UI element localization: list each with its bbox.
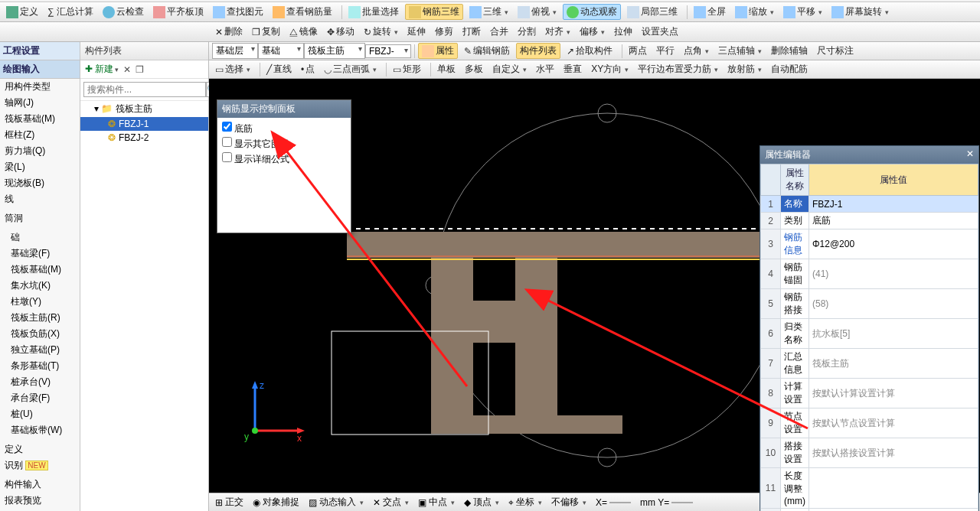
btn-custom[interactable]: 自定义 — [489, 62, 530, 76]
chk-other-elements[interactable]: 显示其它图元 — [222, 136, 346, 151]
sidebar-item-16[interactable]: 筏板主筋(R) — [0, 310, 80, 326]
sb-coord[interactable]: ⌖ 坐标 — [505, 496, 545, 509]
sidebar-item-28[interactable]: 构件输入 — [0, 477, 80, 493]
combo-component[interactable]: FBZJ- — [365, 44, 411, 58]
prop-row-4[interactable]: 4钢筋锚固(41) — [761, 259, 978, 289]
btn-properties[interactable]: 属性 — [418, 43, 458, 59]
sidebar-item-0[interactable]: 用构件类型 — [0, 79, 80, 95]
btn-rebar-3d[interactable]: 钢筋三维 — [405, 4, 463, 20]
btn-pick[interactable]: ↗ 拾取构件 — [564, 44, 616, 58]
btn-delete-component[interactable]: ✕ — [123, 64, 131, 75]
btn-del-aux[interactable]: 删除辅轴 — [768, 44, 811, 58]
btn-fullscreen[interactable]: 全屏 — [691, 5, 729, 19]
sidebar-item-5[interactable]: 梁(L) — [0, 159, 80, 175]
btn-radial[interactable]: 放射筋 — [724, 62, 765, 76]
sb-intersect[interactable]: ✕ 交点 — [370, 496, 412, 509]
btn-cloud-check[interactable]: 云检查 — [100, 5, 147, 19]
sidebar-item-9[interactable]: 筒洞 — [0, 210, 80, 226]
tree-item-1[interactable]: ❂FBZJ-2 — [80, 131, 208, 145]
btn-sum[interactable]: ∑ 汇总计算 — [44, 5, 96, 19]
prop-row-5[interactable]: 5钢筋搭接(58) — [761, 289, 978, 319]
sidebar-item-29[interactable]: 报表预览 — [0, 493, 80, 509]
sidebar-item-26[interactable]: 识别 NEW — [0, 457, 80, 474]
sidebar-item-23[interactable]: 基础板带(W) — [0, 422, 80, 438]
btn-dim[interactable]: 尺寸标注 — [814, 44, 857, 58]
btn-xy[interactable]: XY方向 — [588, 62, 632, 76]
sidebar-item-17[interactable]: 筏板负筋(X) — [0, 326, 80, 342]
prop-row-2[interactable]: 2类别底筋 — [761, 213, 978, 229]
sb-midpoint[interactable]: ▣ 中点 — [415, 496, 458, 509]
btn-find[interactable]: 查找图元 — [210, 5, 266, 19]
sidebar-item-15[interactable]: 柱墩(Y) — [0, 294, 80, 310]
sidebar-item-21[interactable]: 承台梁(F) — [0, 390, 80, 406]
btn-copy[interactable]: ❐ 复制 — [249, 24, 283, 39]
combo-type[interactable]: 筏板主筋 — [304, 43, 365, 59]
sidebar-item-2[interactable]: 筏板基础(M) — [0, 111, 80, 127]
btn-multi-slab[interactable]: 多板 — [462, 62, 486, 76]
chk-detail-formula[interactable]: 显示详细公式 — [222, 151, 346, 167]
sidebar-item-12[interactable]: 基础梁(F) — [0, 246, 80, 262]
btn-vert[interactable]: 垂直 — [560, 62, 585, 76]
sidebar-item-18[interactable]: 独立基础(P) — [0, 342, 80, 358]
btn-mirror[interactable]: ⧋ 镜像 — [286, 24, 321, 39]
property-editor[interactable]: 属性编辑器✕ 属性名称属性值 1名称FBZJ-12类别底筋3钢筋信息Φ12@20… — [760, 145, 979, 511]
btn-arc3[interactable]: ◡ 三点画弧 — [321, 62, 380, 76]
sidebar-item-14[interactable]: 集水坑(K) — [0, 278, 80, 294]
prop-row-12[interactable]: 12备注 — [761, 509, 978, 512]
prop-row-8[interactable]: 8计算设置按默认计算设置计算 — [761, 379, 978, 408]
btn-rect[interactable]: ▭ 矩形 — [390, 62, 424, 76]
prop-row-6[interactable]: 6归类名称抗水板[5] — [761, 319, 978, 349]
sidebar-item-4[interactable]: 剪力墙(Q) — [0, 143, 80, 159]
sidebar-item-7[interactable]: 线 — [0, 191, 80, 207]
btn-align[interactable]: 对齐 — [542, 24, 573, 39]
tree-root[interactable]: ▾ 📁 筏板主筋 — [80, 101, 208, 117]
chk-bottom-rebar[interactable]: 底筋 — [222, 121, 346, 136]
prop-row-1[interactable]: 1名称FBZJ-1 — [761, 196, 978, 213]
btn-extend[interactable]: 延伸 — [404, 24, 429, 39]
btn-line[interactable]: ╱ 直线 — [263, 62, 295, 76]
sb-dyninput[interactable]: ▨ 动态输入 — [305, 496, 367, 509]
btn-dynamic-view[interactable]: 动态观察 — [563, 4, 621, 20]
btn-two-point[interactable]: 两点 — [626, 44, 650, 58]
sidebar-hdr-project[interactable]: 工程设置 — [0, 42, 80, 60]
sb-osnap[interactable]: ◉ 对象捕捉 — [250, 496, 302, 509]
sidebar-item-19[interactable]: 条形基础(T) — [0, 358, 80, 374]
btn-parallel[interactable]: 平行 — [653, 44, 678, 58]
btn-batch-select[interactable]: 批量选择 — [345, 5, 402, 19]
btn-copy-component[interactable]: ❐ — [136, 64, 144, 75]
prop-row-7[interactable]: 7汇总信息筏板主筋 — [761, 349, 978, 379]
btn-pan[interactable]: 平移 — [780, 5, 825, 19]
btn-rotate[interactable]: ↻ 旋转 — [361, 24, 401, 39]
btn-set-grip[interactable]: 设置夹点 — [639, 24, 681, 39]
btn-top-view[interactable]: 俯视 — [514, 5, 560, 19]
rebar-display-panel[interactable]: 钢筋显示控制面板 底筋 显示其它图元 显示详细公式 — [217, 99, 351, 233]
btn-break[interactable]: 打断 — [459, 24, 484, 39]
sidebar-item-11[interactable]: 础 — [0, 229, 80, 246]
sidebar-item-6[interactable]: 现浇板(B) — [0, 175, 80, 191]
btn-edit-rebar[interactable]: ✎ 编辑钢筋 — [461, 44, 513, 58]
prop-row-10[interactable]: 10搭接设置按默认搭接设置计算 — [761, 438, 978, 468]
sidebar-item-22[interactable]: 桩(U) — [0, 406, 80, 422]
btn-rotate-screen[interactable]: 屏幕旋转 — [828, 5, 892, 19]
btn-offset[interactable]: 偏移 — [577, 24, 608, 39]
btn-comp-list[interactable]: 构件列表 — [516, 43, 560, 59]
tree-item-0[interactable]: ❂FBZJ-1 — [80, 117, 208, 131]
sidebar-item-20[interactable]: 桩承台(V) — [0, 374, 80, 390]
btn-three-aux[interactable]: 三点辅轴 — [715, 44, 765, 58]
sb-vertex[interactable]: ◆ 顶点 — [461, 496, 502, 509]
sb-ortho[interactable]: ⊞ 正交 — [212, 496, 247, 509]
btn-3d[interactable]: 三维 — [466, 5, 511, 19]
btn-stretch[interactable]: 拉伸 — [611, 24, 635, 39]
btn-zoom[interactable]: 缩放 — [732, 5, 777, 19]
btn-single-slab[interactable]: 单板 — [434, 62, 459, 76]
btn-select[interactable]: ▭ 选择 — [212, 62, 253, 76]
btn-parallel-edge[interactable]: 平行边布置受力筋 — [635, 62, 721, 76]
sb-nooffset[interactable]: 不偏移 — [548, 496, 590, 509]
prop-row-11[interactable]: 11长度调整(mm) — [761, 468, 978, 509]
btn-define[interactable]: 定义 — [3, 5, 41, 19]
search-input[interactable] — [83, 82, 206, 97]
btn-merge[interactable]: 合并 — [487, 24, 511, 39]
sidebar-item-25[interactable]: 定义 — [0, 441, 80, 457]
prop-row-9[interactable]: 9节点设置按默认节点设置计算 — [761, 408, 978, 438]
btn-point[interactable]: • 点 — [298, 62, 318, 76]
